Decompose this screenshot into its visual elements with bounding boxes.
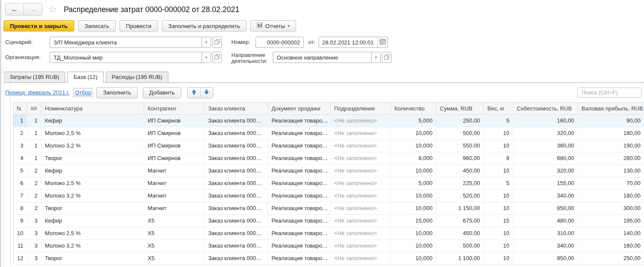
- calendar-button[interactable]: [377, 37, 388, 47]
- cell-qty[interactable]: 10,000: [391, 189, 436, 202]
- cell-cost[interactable]: 340,00: [513, 239, 578, 252]
- cell-item[interactable]: Молоко 2,5 %: [41, 127, 144, 139]
- cell-order[interactable]: Заказ клиента 000…: [205, 239, 268, 252]
- move-down-button[interactable]: [200, 88, 213, 98]
- table-row[interactable]: 52КефирМагнитЗаказ клиента 000…Реализаци…: [13, 164, 644, 177]
- cell-item[interactable]: Молоко 2,5 %: [41, 177, 144, 189]
- cell-sum[interactable]: 520,00: [436, 189, 484, 202]
- cell-department[interactable]: <Не заполнено>: [331, 114, 391, 127]
- cell-order[interactable]: Заказ клиента 000…: [205, 177, 268, 189]
- cell-order[interactable]: Заказ клиента 000…: [205, 214, 268, 227]
- cell-doc[interactable]: Реализация товаро…: [268, 189, 331, 202]
- cell-weight[interactable]: 10: [484, 127, 513, 139]
- cell-group[interactable]: 3: [27, 252, 41, 264]
- cell-n[interactable]: 1: [13, 114, 27, 127]
- cell-profit[interactable]: 180,00: [578, 189, 644, 202]
- cell-weight[interactable]: 5: [484, 114, 513, 127]
- cell-profit[interactable]: 300,00: [578, 202, 644, 214]
- tab-1[interactable]: База (12): [67, 72, 104, 83]
- cell-cost[interactable]: 850,00: [513, 202, 578, 214]
- cell-profit[interactable]: 70,00: [578, 177, 644, 189]
- cell-profit[interactable]: 140,00: [578, 227, 644, 239]
- column-header[interactable]: Контрагент: [144, 102, 205, 114]
- cell-order[interactable]: Заказ клиента 000…: [205, 227, 268, 239]
- cell-n[interactable]: 11: [13, 239, 27, 252]
- cell-group[interactable]: 1: [27, 139, 41, 152]
- tab-2[interactable]: Расходы (195 RUB): [106, 72, 168, 83]
- column-header[interactable]: Количество: [391, 102, 436, 114]
- cell-profit[interactable]: 195,00: [578, 214, 644, 227]
- table-row[interactable]: 11КефирИП СмирновЗаказ клиента 000…Реали…: [13, 114, 644, 127]
- cell-group[interactable]: 3: [27, 227, 41, 239]
- cell-group[interactable]: 3: [27, 214, 41, 227]
- cell-qty[interactable]: 15,000: [391, 214, 436, 227]
- table-row[interactable]: 41ТворогИП СмирновЗаказ клиента 000…Реал…: [13, 152, 644, 164]
- cell-n[interactable]: 10: [13, 227, 27, 239]
- cell-profit[interactable]: 90,00: [578, 114, 644, 127]
- cell-cost[interactable]: 340,00: [513, 189, 578, 202]
- cell-contractor[interactable]: Магнит: [144, 202, 205, 214]
- cell-weight[interactable]: 10: [484, 164, 513, 177]
- cell-weight[interactable]: 10: [484, 189, 513, 202]
- cell-qty[interactable]: 10,000: [391, 252, 436, 264]
- cell-item[interactable]: Кефир: [41, 114, 144, 127]
- column-header[interactable]: Документ продажи: [268, 102, 331, 114]
- cell-n[interactable]: 9: [13, 214, 27, 227]
- cell-department[interactable]: <Не заполнено>: [331, 252, 391, 264]
- cell-item[interactable]: Творог: [41, 252, 144, 264]
- cell-department[interactable]: <Не заполнено>: [331, 139, 391, 152]
- cell-doc[interactable]: Реализация товаро…: [268, 164, 331, 177]
- cell-department[interactable]: <Не заполнено>: [331, 164, 391, 177]
- forward-button[interactable]: →: [24, 4, 42, 15]
- search-input[interactable]: [578, 88, 641, 98]
- cell-n[interactable]: 8: [13, 202, 27, 214]
- cell-doc[interactable]: Реализация товаро…: [268, 239, 331, 252]
- cell-doc[interactable]: Реализация товаро…: [268, 139, 331, 152]
- cell-sum[interactable]: 500,00: [436, 127, 484, 139]
- cell-n[interactable]: 3: [13, 139, 27, 152]
- cell-contractor[interactable]: ИП Смирнов: [144, 152, 205, 164]
- cell-sum[interactable]: 675,00: [436, 214, 484, 227]
- cell-n[interactable]: 4: [13, 152, 27, 164]
- cell-cost[interactable]: 155,00: [513, 177, 578, 189]
- cell-order[interactable]: Заказ клиента 000…: [205, 164, 268, 177]
- cell-order[interactable]: Заказ клиента 000…: [205, 202, 268, 214]
- cell-qty[interactable]: 10,000: [391, 164, 436, 177]
- cell-qty[interactable]: 10,000: [391, 202, 436, 214]
- cell-cost[interactable]: 850,00: [513, 252, 578, 264]
- cell-department[interactable]: <Не заполнено>: [331, 152, 391, 164]
- cell-n[interactable]: 7: [13, 189, 27, 202]
- cell-group[interactable]: 3: [27, 239, 41, 252]
- cell-order[interactable]: Заказ клиента 000…: [205, 252, 268, 264]
- write-button[interactable]: Записать: [78, 20, 116, 31]
- cell-doc[interactable]: Реализация товаро…: [268, 202, 331, 214]
- cell-profit[interactable]: 280,00: [578, 152, 644, 164]
- cell-profit[interactable]: 180,00: [578, 127, 644, 139]
- cell-cost[interactable]: 680,00: [513, 152, 578, 164]
- cell-order[interactable]: Заказ клиента 000…: [205, 139, 268, 152]
- cell-group[interactable]: 1: [27, 127, 41, 139]
- cell-group[interactable]: 2: [27, 189, 41, 202]
- cell-doc[interactable]: Реализация товаро…: [268, 152, 331, 164]
- cell-group[interactable]: 2: [27, 202, 41, 214]
- cell-sum[interactable]: 1 100,00: [436, 252, 484, 264]
- cell-department[interactable]: <Не заполнено>: [331, 202, 391, 214]
- direction-open-button[interactable]: [382, 52, 391, 63]
- cell-item[interactable]: Творог: [41, 152, 144, 164]
- cell-contractor[interactable]: X5: [144, 239, 205, 252]
- cell-n[interactable]: 2: [13, 127, 27, 139]
- cell-order[interactable]: Заказ клиента 000…: [205, 189, 268, 202]
- tab-0[interactable]: Затраты (195 RUB): [3, 72, 65, 83]
- cell-contractor[interactable]: ИП Смирнов: [144, 114, 205, 127]
- scenario-dropdown-button[interactable]: ▾: [202, 37, 211, 48]
- cell-sum[interactable]: 250,00: [436, 114, 484, 127]
- cell-doc[interactable]: Реализация товаро…: [268, 127, 331, 139]
- move-up-button[interactable]: [188, 88, 200, 98]
- cell-qty[interactable]: 10,000: [391, 227, 436, 239]
- cell-weight[interactable]: 10: [484, 239, 513, 252]
- cell-department[interactable]: <Не заполнено>: [331, 227, 391, 239]
- table-row[interactable]: 72Молоко 3,2 %МагнитЗаказ клиента 000…Ре…: [13, 189, 644, 202]
- cell-order[interactable]: Заказ клиента 000…: [205, 152, 268, 164]
- cell-cost[interactable]: 480,00: [513, 214, 578, 227]
- organization-dropdown-button[interactable]: ▾: [202, 52, 211, 63]
